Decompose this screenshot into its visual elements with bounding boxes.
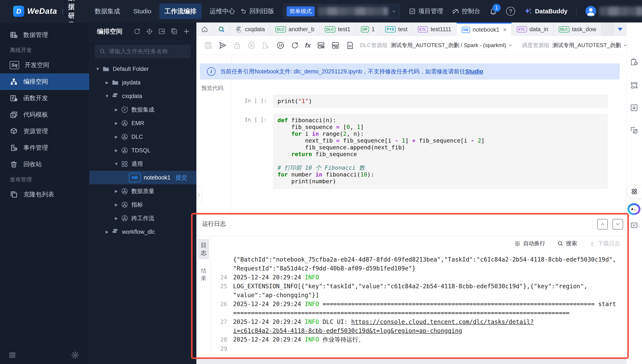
tab-test1111[interactable]: ETLtest1111 (413, 22, 456, 36)
tab-searchtab[interactable] (213, 22, 230, 36)
caret-right-icon[interactable]: ▶ (114, 148, 119, 153)
tab-home[interactable] (196, 22, 213, 36)
collapse-log-button[interactable] (612, 219, 623, 230)
tree-node-EMR[interactable]: ▶EMR (89, 116, 196, 130)
compare-versions-icon[interactable] (630, 126, 638, 134)
stop-icon[interactable] (276, 41, 285, 50)
tab-cxqdata[interactable]: cxqdata (230, 22, 270, 36)
caret-right-icon[interactable]: ▶ (114, 216, 119, 220)
caret-right-icon[interactable]: ▶ (114, 107, 119, 112)
save-icon[interactable] (204, 41, 212, 50)
databuddy-assistant-button[interactable]: ‹ (627, 203, 640, 215)
close-tab-icon[interactable]: × (503, 26, 506, 33)
caret-right-icon[interactable]: ▶ (114, 134, 119, 139)
tab-notebook1[interactable]: NBnotebook1× (457, 22, 512, 36)
refresh-task-icon[interactable] (291, 41, 299, 50)
sidebar-item-数据管理[interactable]: 数据管理 (0, 27, 89, 43)
log-tab-results[interactable]: 结果 (198, 264, 209, 285)
caret-right-icon[interactable]: ▶ (114, 202, 119, 207)
caret-down-icon[interactable]: ▼ (104, 94, 110, 99)
nav-item-数据集成[interactable]: 数据集成 (90, 4, 125, 19)
tree-node-TDSQL[interactable]: ▶TDSQL (89, 144, 196, 157)
tree-node-指标[interactable]: ▶指标 (89, 198, 196, 212)
help-button[interactable]: ? (506, 7, 515, 16)
import-box-icon[interactable] (630, 104, 638, 112)
tab-another_b[interactable]: DLCanother_b (270, 22, 320, 36)
expand-log-button[interactable] (597, 219, 608, 230)
apps-launcher[interactable] (627, 185, 642, 198)
notebook-cell[interactable]: def fibonacci(n): fib_sequence = [0, 1] … (273, 114, 607, 188)
auto-wrap-button[interactable]: 自动换行 (514, 240, 545, 247)
log-content[interactable]: {"BatchId":"notebook_75cfba2a-eb24-4d87-… (214, 255, 623, 353)
settings-gear-icon[interactable] (71, 351, 79, 359)
tree-search-input[interactable]: 请输入文件夹/任务名称 (95, 45, 191, 58)
tree-node-cxqdata[interactable]: ▼cxqdata (89, 89, 196, 103)
tree-node-数据质量[interactable]: ▶数据质量 (89, 184, 196, 198)
tree-node-jaydata[interactable]: ▶jaydata (89, 76, 196, 89)
tree-node-DLC[interactable]: ▶DLC (89, 130, 196, 144)
tabs-overflow-dropdown[interactable] (614, 22, 626, 36)
download-log-button[interactable]: 下载日志 (589, 240, 620, 247)
log-link[interactable]: https://console.cloud.tencent.com/dlc/ta… (351, 318, 534, 326)
log-search-button[interactable]: 搜索 (557, 240, 577, 247)
studio-link[interactable]: Studio (465, 68, 483, 75)
project-mode-selector[interactable]: 简单模式 (283, 4, 400, 19)
run-to-icon[interactable] (262, 41, 270, 50)
locate-icon[interactable] (146, 28, 153, 35)
sidebar-item-克隆包列表[interactable]: 克隆包列表 (0, 186, 89, 203)
tree-node-跨工作流[interactable]: ▶跨工作流 (89, 212, 196, 225)
tree-node-通用[interactable]: ▼通用 (89, 157, 196, 171)
task-properties-icon[interactable] (630, 58, 638, 66)
nav-item-Studio[interactable]: Studio (128, 4, 156, 18)
sidebar-item-代码模板[interactable]: 代码模板 (0, 106, 89, 123)
sidebar-item-资源管理[interactable]: 资源管理 (0, 123, 89, 140)
panel-view-icon[interactable] (158, 28, 165, 35)
function-fx-icon[interactable]: fx (305, 42, 311, 49)
submit-icon[interactable] (218, 41, 227, 50)
caret-right-icon[interactable]: ▶ (114, 189, 119, 194)
sidebar-item-函数开发[interactable]: 函数开发 (0, 90, 89, 106)
back-to-old-version-button[interactable]: 回到旧版 (240, 7, 274, 16)
collapse-tree-handle[interactable]: ‹ (196, 187, 202, 203)
submit-action-link[interactable]: 提交 (176, 174, 187, 181)
minimize-panel-icon[interactable] (630, 221, 638, 230)
scheduler-resource-selector[interactable]: 测试专用_AUTOTEST_勿删 (552, 42, 627, 49)
log-link[interactable]: i=c61c84a2-2b54-4118-8cbb-edef5030c19d&t… (233, 327, 462, 334)
tree-node-数据集成[interactable]: ▶数据集成 (89, 103, 196, 116)
dlc-resource-selector[interactable]: 测试专用_AUTOTEST_勿删 / Spark - (sparkml) (391, 42, 512, 49)
caret-right-icon[interactable]: ▶ (104, 80, 110, 85)
refresh-icon[interactable] (134, 28, 141, 35)
wedata-logo[interactable]: D WeData (13, 6, 57, 17)
nav-item-运维中心[interactable]: 运维中心 (204, 4, 240, 19)
collapse-sidebar-icon[interactable] (8, 351, 17, 359)
sidebar-item-编排空间[interactable]: 编排空间 (0, 74, 89, 90)
nav-item-工作流编排[interactable]: 工作流编排 (159, 4, 201, 19)
caret-right-icon[interactable]: ▶ (114, 121, 119, 126)
batch-edit-icon[interactable] (170, 28, 178, 35)
sidebar-item-回收站[interactable]: 回收站 (0, 156, 89, 173)
tab-test1[interactable]: DLCtest1 (320, 22, 356, 36)
log-tab-logs[interactable]: 日志 (198, 239, 209, 259)
tree-node-workflow_dlc[interactable]: ▶workflow_dlc (89, 225, 196, 239)
project-management-link[interactable]: 项目管理 (409, 7, 443, 16)
notebook-cell[interactable]: print("1") (273, 95, 607, 108)
tab-1[interactable]: DP1 (356, 22, 380, 36)
notification-bell[interactable]: 1 (489, 7, 497, 15)
tab-task_dow[interactable]: DLCtask_dow (554, 22, 602, 36)
console-link[interactable]: 控制台 (452, 7, 480, 16)
run-icon[interactable] (247, 41, 256, 50)
tree-node-notebook1[interactable]: NBnotebook1提交 (89, 171, 196, 184)
tab-data_in[interactable]: ETLdata_in (512, 22, 553, 36)
sidebar-item-开发空间[interactable]: Sq开发空间 (0, 57, 89, 74)
caret-down-icon[interactable]: ▼ (114, 162, 119, 166)
layout-icon[interactable] (331, 41, 340, 50)
code-file-icon[interactable] (346, 41, 354, 50)
lineage-icon[interactable] (630, 81, 638, 90)
sidebar-item-事件管理[interactable]: 事件管理 (0, 140, 89, 156)
tree-node-Default Folder[interactable]: ▼Default Folder (89, 62, 196, 76)
lock-icon[interactable] (233, 41, 241, 50)
caret-right-icon[interactable]: ▶ (104, 230, 110, 234)
tab-test[interactable]: PYStest (380, 22, 413, 36)
user-account[interactable] (585, 6, 642, 16)
resource-config-icon[interactable] (317, 41, 325, 50)
